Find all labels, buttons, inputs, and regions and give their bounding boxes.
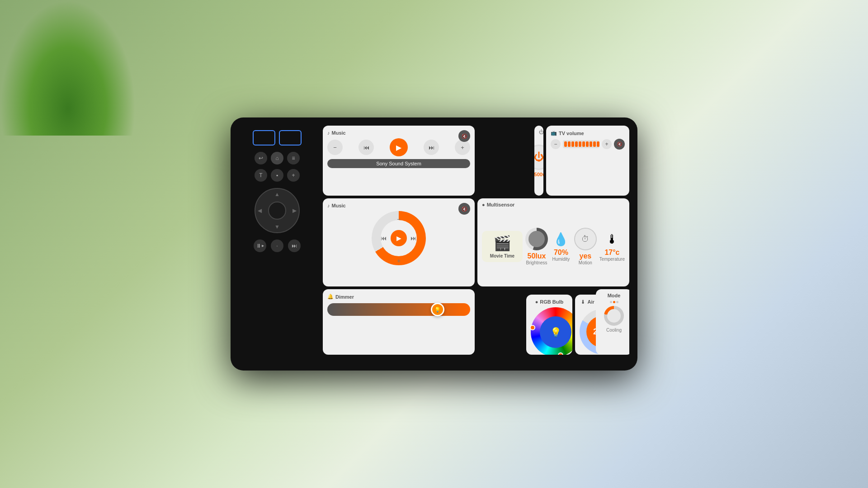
tv-volume-bar	[563, 140, 599, 148]
vol-seg-8	[590, 141, 592, 147]
music-mute-button[interactable]: 🔇	[458, 130, 470, 142]
ac-icon: 🌡	[580, 299, 585, 305]
remote-screen-right	[279, 130, 302, 145]
power-button[interactable]: ⏻	[534, 145, 543, 170]
rgb-dot-icon: ●	[535, 299, 538, 305]
rgb-title: ● RGB Bulb	[535, 299, 564, 305]
circle-prev-icon[interactable]: ⏮	[381, 235, 387, 242]
dashboard: ♪ Music 🔇 − ⏮ ▶ ⏭ + Sony Sound System ⏻ …	[323, 126, 629, 362]
dimmer-slider[interactable]: 💡	[327, 303, 470, 316]
multisensor-dot-icon: ●	[482, 202, 485, 207]
rgb-circle: 💡	[531, 307, 572, 355]
vol-seg-3	[571, 141, 574, 147]
multisensor-title: ● Multisensor	[482, 202, 514, 207]
tv-minus-button[interactable]: −	[551, 139, 561, 149]
circle-inner-controls: ⏮ ▶ ⏭	[381, 220, 417, 256]
mode-card: Mode Cooling	[596, 289, 629, 355]
power-symbol-icon: ⏻	[534, 151, 543, 163]
volume-bar-row: −	[551, 139, 625, 150]
music-circle-mute-button[interactable]: 🔇	[458, 203, 470, 215]
brightness-value: 50lux	[528, 252, 546, 260]
movie-time-widget: 🎬 Movie Time	[482, 231, 523, 262]
remote-home-button[interactable]: ⌂	[271, 152, 283, 164]
remote-dpad: ▲ ▼ ◀ ▶	[255, 188, 300, 233]
rgb-color-wheel[interactable]: 💡	[531, 307, 572, 355]
tablet-device: ↩ ⌂ ≡ T ▪ + ▲ ▼ ◀ ▶ ⏸▶ · ⏭	[231, 117, 637, 371]
music-source-label: Sony Sound System	[327, 159, 470, 168]
rgb-handle-1[interactable]	[530, 325, 535, 330]
music-minus-button[interactable]: −	[327, 140, 343, 155]
remote-top-buttons: ↩ ⌂ ≡	[255, 152, 300, 164]
bottom-right-wrapper: ● RGB Bulb 💡 Off	[477, 289, 629, 355]
remote-skip-button[interactable]: ⏭	[288, 239, 301, 252]
dpad-down-arrow: ▼	[274, 224, 280, 230]
temperature-sensor: 🌡 17°c Temperature	[599, 232, 625, 262]
vol-seg-9	[593, 141, 596, 147]
rgb-bulb-card: ● RGB Bulb 💡 Off	[526, 295, 572, 355]
music-play-button[interactable]: ▶	[390, 138, 408, 156]
motion-sensor: ⏱ yes Motion	[574, 228, 597, 265]
remote-t-button[interactable]: T	[255, 169, 267, 182]
remote-vol-button[interactable]: ▪	[271, 169, 283, 182]
mode-dots	[610, 301, 618, 303]
humidity-value: 70%	[554, 249, 568, 257]
dimmer-thumb: 💡	[431, 303, 444, 316]
top-right-wrapper: ⏻ ⏻ 2500w 📺 TV volume −	[477, 126, 629, 196]
motion-value: yes	[580, 252, 592, 260]
music-circle-title: ♪ Music	[327, 203, 470, 208]
vol-seg-5	[579, 141, 581, 147]
circle-plus-button[interactable]: +	[397, 257, 401, 264]
vol-seg-10	[597, 141, 599, 147]
rgb-bulb-center: 💡	[540, 316, 571, 348]
remote-dot-button[interactable]: ·	[271, 239, 283, 252]
rgb-handle-2[interactable]	[558, 352, 563, 355]
vol-seg-7	[586, 141, 589, 147]
remote-dpad-ring[interactable]: ▲ ▼ ◀ ▶	[255, 188, 300, 233]
remote-menu-button[interactable]: ≡	[287, 152, 300, 164]
remote-screens	[253, 130, 302, 145]
music-controls: − ⏮ ▶ ⏭ +	[327, 138, 470, 156]
circle-play-button[interactable]: ▶	[391, 230, 407, 246]
dpad-left-arrow: ◀	[258, 207, 262, 214]
dimmer-card: 🔔 Dimmer 💡	[323, 289, 475, 355]
tv-plus-button[interactable]: +	[602, 139, 612, 149]
remote-dpad-center[interactable]	[268, 202, 286, 220]
circle-minus-button[interactable]: −	[397, 216, 401, 223]
remote-back-button[interactable]: ↩	[255, 152, 267, 164]
motion-icon: ⏱	[574, 228, 597, 250]
multisensor-card: ● Multisensor 🎬 Movie Time 50lux Brightn…	[477, 198, 629, 286]
vol-seg-2	[568, 141, 571, 147]
tv-mute-button[interactable]: 🔇	[614, 139, 625, 150]
dpad-up-arrow: ▲	[274, 191, 280, 197]
brightness-knob-inner	[528, 231, 545, 247]
remote-pause-button[interactable]: ⏸▶	[254, 239, 266, 252]
remote-plus-button[interactable]: +	[287, 169, 300, 182]
mode-dot-2	[613, 301, 615, 303]
tv-volume-title: 📺 TV volume	[551, 130, 625, 136]
music-next-button[interactable]: ⏭	[424, 140, 439, 155]
power-card: ⏻ ⏻ 2500w	[534, 126, 543, 196]
music-circle-icon: ♪	[327, 203, 330, 208]
temperature-icon: 🌡	[606, 232, 618, 247]
remote-bottom-buttons: ⏸▶ · ⏭	[254, 239, 301, 252]
mode-knob[interactable]	[604, 306, 624, 326]
music-plus-button[interactable]: +	[455, 140, 470, 155]
tv-volume-card: 📺 TV volume −	[546, 126, 629, 196]
dpad-right-arrow: ▶	[292, 207, 297, 214]
remote-control: ↩ ⌂ ≡ T ▪ + ▲ ▼ ◀ ▶ ⏸▶ · ⏭	[239, 126, 316, 362]
music-prev-button[interactable]: ⏮	[359, 140, 374, 155]
circle-next-icon[interactable]: ⏭	[410, 235, 417, 242]
movie-icon: 🎬	[493, 235, 511, 252]
power-icon-indicator: ⏻	[539, 129, 543, 135]
remote-middle-buttons: T ▪ +	[255, 169, 300, 182]
motion-label: Motion	[579, 260, 592, 265]
music-top-card: ♪ Music 🔇 − ⏮ ▶ ⏭ + Sony Sound System	[323, 126, 475, 196]
circle-control: ⏮ ▶ ⏭ − +	[372, 211, 426, 265]
brightness-label: Brightness	[526, 260, 547, 265]
mode-dot-3	[616, 301, 618, 303]
brightness-knob[interactable]	[525, 228, 548, 250]
vol-seg-1	[564, 141, 567, 147]
dimmer-bell-icon: 🔔	[327, 294, 334, 300]
temperature-label: Temperature	[599, 257, 625, 262]
power-value: 2500w	[534, 172, 543, 177]
